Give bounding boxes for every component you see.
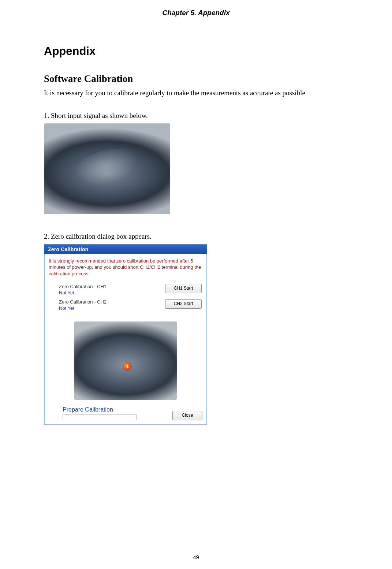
dialog-instructions: It is strongly recommended that zero cal… bbox=[49, 258, 202, 277]
dialog-titlebar: Zero Calibration bbox=[44, 245, 207, 254]
ch1-status: Not Yet bbox=[59, 290, 107, 295]
calibration-row-ch1: Zero Calibration - CH1 Not Yet CH1 Start bbox=[59, 284, 202, 295]
close-button[interactable]: Close bbox=[172, 411, 202, 420]
calibration-progress-bar bbox=[63, 414, 137, 420]
device-preview-image: 1 bbox=[74, 321, 177, 400]
ch1-start-button[interactable]: CH1 Start bbox=[165, 284, 202, 293]
step-2-text: 2. Zero calibration dialog box appears. bbox=[44, 233, 348, 241]
device-photo bbox=[44, 123, 170, 214]
page-number: 49 bbox=[0, 554, 392, 560]
ch2-status: Not Yet bbox=[59, 305, 107, 311]
ch2-label: Zero Calibration - CH2 bbox=[59, 299, 107, 305]
ch1-label: Zero Calibration - CH1 bbox=[59, 284, 107, 289]
intro-text: It is necessary for you to calibrate reg… bbox=[44, 88, 348, 98]
callout-marker-icon: 1 bbox=[123, 362, 131, 371]
prepare-calibration-label: Prepare Calibration bbox=[63, 406, 137, 413]
ch2-start-button[interactable]: CH2 Start bbox=[165, 299, 202, 309]
chapter-header: Chapter 5. Appendix bbox=[44, 9, 348, 17]
calibration-row-ch2: Zero Calibration - CH2 Not Yet CH2 Start bbox=[59, 299, 202, 311]
section-title: Software Calibration bbox=[44, 73, 348, 85]
step-1-text: 1. Short input signal as shown below. bbox=[44, 112, 348, 120]
page-title: Appendix bbox=[44, 45, 348, 58]
zero-calibration-dialog: Zero Calibration It is strongly recommen… bbox=[44, 244, 207, 425]
